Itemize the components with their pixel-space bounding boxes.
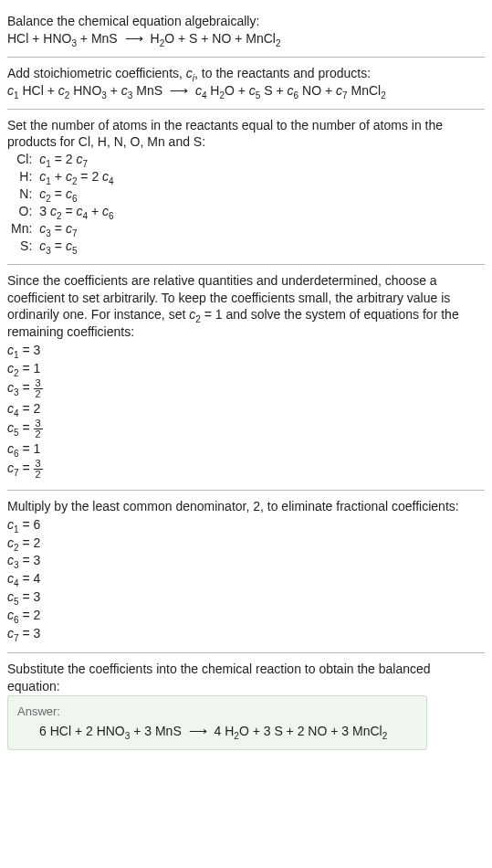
ans-rhs-b: O + 3 S + 2 NO + 3 MnCl: [239, 724, 382, 738]
intro-rhs1: H: [151, 31, 160, 46]
c4: c: [195, 83, 202, 98]
c1: c: [7, 83, 14, 98]
substitute-section: Substitute the coefficients into the che…: [7, 653, 485, 759]
atom-intro: Set the number of atoms in the reactants…: [7, 117, 485, 152]
intro-lhs1: HCl + HNO: [7, 31, 71, 46]
atom-equation: 3 c2 = c4 + c6: [36, 203, 117, 220]
atom-equation-row: S:c3 = c5: [7, 238, 118, 255]
atom-equation: c2 = c6: [36, 185, 117, 203]
c6-sub: 6: [294, 90, 299, 100]
intro-lhs2: + MnS: [77, 31, 118, 46]
h2o-sub: 2: [219, 90, 225, 100]
coefficient-line: c4 = 2: [7, 400, 485, 418]
atom-element-label: H:: [7, 168, 36, 185]
coefficient-line: c3 = 32: [7, 378, 485, 399]
arrow-icon-2: ⟶: [170, 82, 188, 100]
ans-lhs2: + 3 MnS: [130, 724, 181, 738]
coefficient-line: c6 = 1: [7, 440, 485, 458]
underdetermined-section: Since the coefficients are relative quan…: [7, 265, 485, 490]
coefficient-line: c6 = 2: [7, 607, 485, 624]
answer-label: Answer:: [17, 704, 417, 720]
c3-sub: 3: [128, 90, 133, 100]
intro-equation: HCl + HNO3 + MnS ⟶ H2O + S + NO + MnCl2: [7, 30, 485, 48]
hno3-sub: 3: [101, 90, 107, 100]
intro-line1: Balance the chemical equation algebraica…: [7, 13, 485, 30]
c5: c: [249, 83, 256, 98]
lcd-section: Multiply by the least common denominator…: [7, 491, 485, 652]
coefficient-line: c3 = 3: [7, 552, 485, 569]
stoich-text-a: Add stoichiometric coefficients,: [7, 66, 186, 80]
ans-lhs1: 6 HCl + 2 HNO: [39, 724, 125, 738]
c1-sub: 1: [14, 90, 19, 100]
underdet-text: Since the coefficients are relative quan…: [7, 272, 485, 342]
atom-equation-row: H:c1 + c2 = 2 c4: [7, 168, 118, 185]
atom-equation: c1 = 2 c7: [36, 151, 117, 168]
atom-equations-table: Cl:c1 = 2 c7H:c1 + c2 = 2 c4N:c2 = c6O:3…: [7, 151, 118, 254]
ci-var: c: [186, 66, 193, 80]
atom-element-label: Cl:: [7, 151, 36, 168]
atom-equation: c3 = c7: [36, 220, 117, 238]
c5-sub: 5: [256, 90, 261, 100]
coefficient-line: c5 = 3: [7, 588, 485, 606]
c7: c: [336, 83, 342, 98]
atom-equation-row: O:3 c2 = c4 + c6: [7, 203, 118, 220]
atom-equation-row: Mn:c3 = c7: [7, 220, 118, 238]
ans-sub2b: 2: [382, 731, 388, 741]
mncl2-sub: 2: [381, 90, 386, 100]
solution2-list: c1 = 6c2 = 2c3 = 3c4 = 4c5 = 3c6 = 2c7 =…: [7, 516, 485, 642]
coefficient-line: c7 = 32: [7, 459, 485, 480]
atom-equation: c1 + c2 = 2 c4: [36, 168, 117, 185]
substitute-text: Substitute the coefficients into the che…: [7, 661, 485, 695]
atom-element-label: O:: [7, 203, 36, 220]
atom-equation-row: Cl:c1 = 2 c7: [7, 151, 118, 168]
arrow-icon-3: ⟶: [189, 723, 207, 740]
c7-sub: 7: [342, 90, 348, 100]
coefficient-line: c2 = 1: [7, 360, 485, 377]
atom-element-label: Mn:: [7, 220, 36, 238]
coefficient-line: c2 = 2: [7, 535, 485, 552]
lcd-text: Multiply by the least common denominator…: [7, 498, 485, 515]
ans-rhs-a: 4 H: [215, 724, 235, 738]
solution1-list: c1 = 3c2 = 1c3 = 32c4 = 2c5 = 32c6 = 1c7…: [7, 342, 485, 480]
stoich-line1: Add stoichiometric coefficients, ci, to …: [7, 65, 485, 82]
c2-sub: 2: [65, 90, 70, 100]
sub-2b: 2: [276, 38, 281, 48]
intro-rhs2: O + S + NO + MnCl: [164, 31, 276, 46]
coefficient-line: c5 = 32: [7, 418, 485, 439]
coefficient-line: c1 = 6: [7, 516, 485, 534]
stoich-text-b: , to the reactants and products:: [194, 66, 371, 80]
coefficient-line: c1 = 3: [7, 342, 485, 359]
stoich-section: Add stoichiometric coefficients, ci, to …: [7, 58, 485, 109]
c6: c: [288, 83, 294, 98]
atom-equation: c3 = c5: [36, 238, 117, 255]
atom-section: Set the number of atoms in the reactants…: [7, 110, 485, 264]
c3: c: [121, 83, 128, 98]
intro-section: Balance the chemical equation algebraica…: [7, 5, 485, 57]
arrow-icon: ⟶: [125, 30, 143, 48]
c2: c: [58, 83, 65, 98]
answer-equation: 6 HCl + 2 HNO3 + 3 MnS ⟶ 4 H2O + 3 S + 2…: [17, 723, 417, 740]
answer-box: Answer: 6 HCl + 2 HNO3 + 3 MnS ⟶ 4 H2O +…: [7, 695, 427, 750]
atom-equation-row: N:c2 = c6: [7, 185, 118, 203]
coefficient-line: c4 = 4: [7, 570, 485, 587]
c4-sub: 4: [202, 90, 207, 100]
atom-element-label: N:: [7, 185, 36, 203]
stoich-equation: c1 HCl + c2 HNO3 + c3 MnS ⟶ c4 H2O + c5 …: [7, 82, 485, 100]
atom-element-label: S:: [7, 238, 36, 255]
coefficient-line: c7 = 3: [7, 625, 485, 642]
